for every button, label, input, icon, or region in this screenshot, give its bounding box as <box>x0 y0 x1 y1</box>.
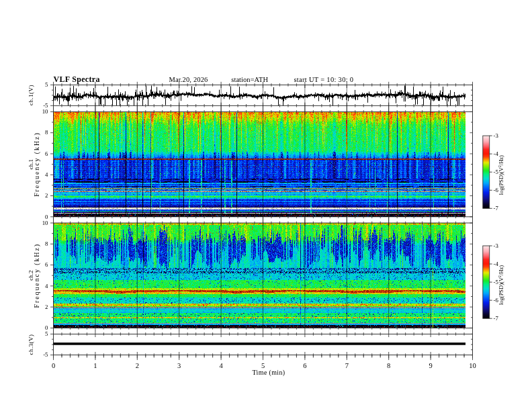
svg-text:10: 10 <box>42 220 48 226</box>
svg-text:5: 5 <box>45 330 48 337</box>
svg-text:4: 4 <box>45 171 48 178</box>
svg-text:6: 6 <box>45 261 48 268</box>
svg-text:2: 2 <box>45 192 48 199</box>
svg-text:Mar.20, 2026: Mar.20, 2026 <box>169 76 208 83</box>
svg-text:-3: -3 <box>494 132 499 139</box>
svg-text:8: 8 <box>387 362 390 369</box>
svg-text:10: 10 <box>42 108 48 115</box>
svg-text:-5: -5 <box>43 351 48 358</box>
svg-text:-7: -7 <box>494 205 499 212</box>
svg-text:8: 8 <box>45 129 48 136</box>
svg-text:0: 0 <box>45 324 48 331</box>
svg-text:5: 5 <box>45 81 48 88</box>
svg-text:9: 9 <box>429 362 432 369</box>
svg-text:1: 1 <box>93 362 97 369</box>
svg-text:Frequency (kHz): Frequency (kHz) <box>33 132 41 197</box>
svg-text:3: 3 <box>177 362 181 369</box>
svg-text:7: 7 <box>345 362 349 369</box>
svg-text:VLF Spectra: VLF Spectra <box>54 75 100 84</box>
svg-text:6: 6 <box>303 362 306 369</box>
svg-text:log(PSD)(V2/Hz): log(PSD)(V2/Hz) <box>498 265 504 305</box>
svg-text:4: 4 <box>219 362 223 369</box>
svg-text:Frequency (kHz): Frequency (kHz) <box>33 243 41 308</box>
svg-text:-7: -7 <box>494 315 499 322</box>
svg-text:start UT = 10: 30: 0: start UT = 10: 30: 0 <box>294 76 353 83</box>
svg-text:6: 6 <box>45 150 48 157</box>
svg-text:2: 2 <box>136 362 139 369</box>
svg-text:10: 10 <box>469 362 476 369</box>
svg-text:Time (min): Time (min) <box>253 369 285 377</box>
svg-text:4: 4 <box>45 283 48 289</box>
svg-text:-3: -3 <box>494 242 499 249</box>
svg-text:log(PSD)(V2/Hz): log(PSD)(V2/Hz) <box>498 155 504 195</box>
svg-text:station=ATH: station=ATH <box>231 76 268 83</box>
svg-text:ch.3(V): ch.3(V) <box>28 334 34 355</box>
svg-text:8: 8 <box>45 240 48 247</box>
svg-text:2: 2 <box>45 304 48 310</box>
svg-text:ch.1(V): ch.1(V) <box>28 85 34 105</box>
svg-text:0: 0 <box>52 362 55 369</box>
